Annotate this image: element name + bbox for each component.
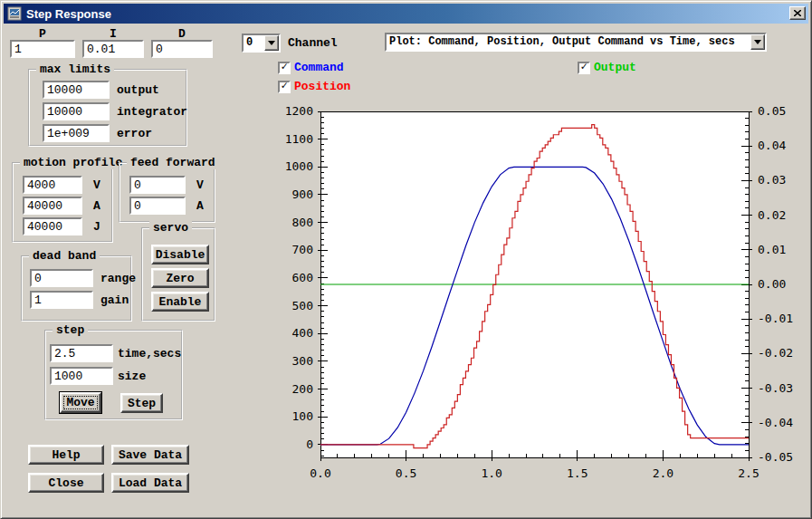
output-checkbox-label: Output (594, 61, 636, 74)
check-icon: ✓ (580, 62, 587, 72)
svg-text:1.0: 1.0 (481, 466, 502, 480)
svg-text:1000: 1000 (285, 159, 313, 173)
svg-text:1200: 1200 (285, 104, 313, 118)
feed-forward-title: feed forward (127, 156, 219, 169)
plot-select-value: Plot: Command, Position, Output Command … (389, 35, 749, 49)
svg-text:-0.03: -0.03 (758, 381, 793, 395)
svg-text:0.02: 0.02 (758, 208, 786, 222)
channel-value: 0 (246, 36, 263, 50)
servo-group: servo Disable Zero Enable (141, 227, 215, 322)
svg-text:100: 100 (292, 409, 313, 423)
deadband-range-field[interactable] (30, 269, 93, 287)
move-button[interactable]: Move (59, 391, 102, 414)
svg-text:800: 800 (292, 216, 313, 229)
svg-text:1.5: 1.5 (567, 466, 588, 480)
step-title: step (53, 323, 88, 337)
ff-velocity-field[interactable] (129, 176, 186, 194)
check-icon: ✓ (281, 82, 287, 91)
p-label: P (10, 27, 75, 41)
svg-text:1100: 1100 (285, 132, 313, 146)
app-icon (7, 6, 22, 21)
accel-field[interactable] (23, 197, 82, 215)
step-size-label: size (118, 370, 146, 383)
jerk-field[interactable] (23, 217, 82, 235)
step-size-field[interactable] (50, 367, 113, 385)
command-checkbox[interactable]: ✓ (278, 62, 291, 74)
svg-text:0: 0 (306, 437, 313, 451)
disable-button[interactable]: Disable (151, 245, 209, 264)
plot-area: 0100200300400500600700800900100011001200… (272, 101, 812, 504)
deadband-gain-field[interactable] (30, 291, 93, 309)
d-label: D (151, 27, 213, 41)
chevron-down-icon (268, 41, 275, 45)
plot-select-dropdown-button[interactable] (750, 34, 765, 50)
velocity-label: V (93, 178, 100, 192)
output-checkbox[interactable]: ✓ (578, 62, 590, 74)
channel-dropdown-button[interactable] (264, 35, 279, 51)
svg-text:200: 200 (292, 382, 313, 396)
close-icon (794, 10, 801, 16)
svg-text:0.00: 0.00 (758, 277, 786, 291)
svg-text:0.03: 0.03 (758, 173, 786, 187)
step-time-field[interactable] (50, 344, 113, 362)
velocity-field[interactable] (23, 176, 82, 194)
step-response-window: Step Response P I D max limits output in… (0, 0, 812, 519)
output-limit-field[interactable] (43, 81, 110, 99)
error-limit-field[interactable] (43, 124, 110, 142)
help-button[interactable]: Help (28, 445, 104, 465)
ff-accel-field[interactable] (129, 197, 186, 215)
dead-band-title: dead band (29, 249, 100, 263)
channel-select[interactable]: 0 (242, 34, 281, 53)
motion-profile-title: motion profile (20, 156, 126, 169)
svg-text:-0.05: -0.05 (758, 450, 793, 464)
load-data-button[interactable]: Load Data (111, 473, 189, 493)
check-icon: ✓ (281, 62, 287, 72)
d-field[interactable] (151, 40, 213, 58)
servo-title: servo (149, 221, 192, 235)
integrator-limit-field[interactable] (43, 102, 110, 120)
svg-text:0.5: 0.5 (396, 466, 416, 480)
position-checkbox-label: Position (294, 80, 350, 93)
svg-text:0.01: 0.01 (758, 243, 786, 256)
titlebar: Step Response (4, 4, 808, 24)
position-checkbox[interactable]: ✓ (278, 81, 291, 93)
chevron-down-icon (754, 40, 761, 44)
save-data-button[interactable]: Save Data (111, 445, 189, 465)
i-field[interactable] (82, 40, 144, 58)
svg-text:-0.02: -0.02 (758, 346, 793, 360)
svg-text:600: 600 (292, 271, 313, 284)
ff-accel-label: A (196, 199, 204, 213)
svg-text:500: 500 (292, 299, 313, 312)
window-title: Step Response (26, 7, 111, 21)
plot-select[interactable]: Plot: Command, Position, Output Command … (385, 33, 767, 52)
svg-text:2.5: 2.5 (738, 466, 759, 480)
dead-band-group: dead band range gain (21, 255, 132, 322)
deadband-gain-label: gain (100, 293, 129, 307)
step-button[interactable]: Step (120, 393, 163, 413)
zero-button[interactable]: Zero (151, 268, 209, 288)
close-button[interactable] (789, 6, 806, 20)
jerk-label: J (93, 220, 100, 234)
p-field[interactable] (10, 40, 75, 58)
step-group: step time,secs size Move Step (44, 330, 183, 420)
svg-text:300: 300 (292, 354, 313, 368)
svg-text:700: 700 (292, 243, 313, 256)
step-time-label: time,secs (118, 347, 181, 360)
max-limits-group: max limits output integrator error (28, 69, 187, 147)
enable-button[interactable]: Enable (151, 292, 209, 312)
max-limits-title: max limits (36, 62, 114, 76)
output-limit-label: output (117, 83, 159, 97)
channel-label: Channel (288, 36, 338, 50)
svg-text:-0.01: -0.01 (758, 312, 793, 325)
svg-text:0.04: 0.04 (758, 139, 786, 152)
ff-velocity-label: V (196, 178, 204, 192)
svg-text:0.05: 0.05 (758, 104, 786, 118)
command-checkbox-label: Command (294, 61, 344, 74)
close-window-button[interactable]: Close (28, 473, 104, 493)
error-limit-label: error (117, 127, 152, 140)
feed-forward-group: feed forward V A (119, 162, 215, 223)
svg-text:0.0: 0.0 (310, 466, 330, 480)
accel-label: A (93, 199, 100, 213)
svg-text:2.0: 2.0 (653, 466, 673, 480)
motion-profile-group: motion profile V A J (12, 162, 113, 243)
